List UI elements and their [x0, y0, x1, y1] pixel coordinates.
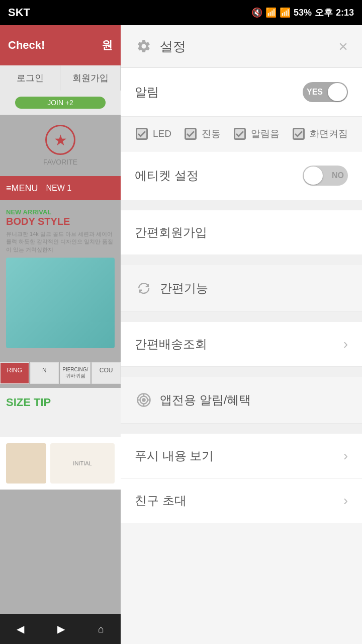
- checkbox-screen-label: 화면켜짐: [310, 127, 348, 140]
- simple-join-row[interactable]: 간편회원가입: [121, 210, 362, 255]
- settings-title-text: 설정: [160, 38, 186, 55]
- checkbox-vibration-label: 진동: [202, 127, 221, 140]
- bg-forward-btn: ▶: [57, 623, 65, 635]
- settings-header: 설정 ×: [121, 25, 362, 68]
- bg-check-label: Check!: [8, 39, 45, 52]
- alert-row: 알림 YES: [121, 68, 362, 117]
- bg-favorite: ★ FAVORITE: [0, 115, 121, 176]
- invite-friend-arrow: ›: [343, 493, 348, 509]
- refresh-icon: [135, 279, 153, 297]
- section-separator-5: [121, 424, 362, 434]
- bg-size-tip: SIZE TIP: [0, 388, 121, 417]
- checkbox-led-label: LED: [153, 128, 171, 139]
- section-separator-2: [121, 255, 362, 265]
- simple-function-row: 간편기능: [121, 265, 362, 312]
- svg-rect-3: [293, 129, 304, 139]
- checkbox-led-icon: [135, 127, 149, 141]
- bg-new-label: NEW 1: [46, 184, 72, 193]
- bg-body-text: 유니크한 14k 밀크 골드 아브 세련과 세이어를럭 하듯한 감각적인 디자인…: [6, 230, 115, 254]
- status-bar: SKT 🔇 📶 📶 53% 오후 2:13: [0, 0, 362, 25]
- etiquette-row: 에티켓 설정 NO: [121, 151, 362, 200]
- section-separator-1: [121, 200, 362, 210]
- simple-delivery-arrow: ›: [343, 336, 348, 352]
- bg-favorite-label: FAVORITE: [43, 158, 77, 166]
- status-icons: 🔇 📶 📶 53% 오후 2:13: [251, 7, 354, 19]
- push-view-label: 푸시 내용 보기: [135, 448, 214, 464]
- simple-join-label: 간편회원가입: [135, 224, 207, 240]
- bg-right-text: 원: [102, 38, 113, 53]
- signal-icon: 📶: [280, 7, 291, 18]
- invite-friend-row[interactable]: 친구 초대 ›: [121, 478, 362, 523]
- bg-style-title: BODY STYLE: [6, 216, 115, 227]
- battery-label: 53%: [294, 8, 312, 18]
- checkbox-sound-label: 알림음: [251, 127, 280, 140]
- simple-delivery-row[interactable]: 간편배송조회 ›: [121, 322, 362, 367]
- bg-cat-ring: RING: [0, 362, 29, 384]
- etiquette-toggle-text: NO: [332, 171, 344, 180]
- bg-menu-label: ≡MENU: [6, 183, 38, 194]
- bg-bottom-bar: ◀ ▶ ⌂: [0, 614, 121, 644]
- bg-back-btn: ◀: [17, 623, 24, 635]
- checkbox-sound[interactable]: 알림음: [233, 127, 280, 141]
- settings-title-group: 설정: [135, 37, 186, 55]
- settings-panel: 설정 × 알림 YES LED: [121, 25, 362, 644]
- push-view-arrow: ›: [343, 448, 348, 464]
- bg-cat-piercing: PIERCING/귀바퀴림: [60, 362, 90, 384]
- bg-content-area: NEW ARRIVAL BODY STYLE 유니크한 14k 밀크 골드 아브…: [0, 200, 121, 356]
- bg-product-info: INITIAL: [50, 443, 115, 484]
- bg-home-btn: ⌂: [98, 623, 104, 635]
- mute-icon: 🔇: [251, 7, 262, 18]
- time-period: 오후: [315, 7, 333, 19]
- bg-cat-n: N: [30, 362, 59, 384]
- app-notification-row: 앱전용 알림/혜택: [121, 377, 362, 424]
- section-separator-4: [121, 367, 362, 377]
- checkbox-vibration-icon: [184, 127, 198, 141]
- simple-delivery-label: 간편배송조회: [135, 336, 207, 352]
- bg-app-header: Check! 원: [0, 25, 121, 65]
- bg-size-tip-label: SIZE TIP: [6, 396, 115, 409]
- bg-arrival-label: NEW ARRIVAL: [6, 208, 115, 216]
- checkbox-sound-icon: [233, 127, 247, 141]
- bg-menu-bar: ≡MENU NEW 1: [0, 176, 121, 200]
- wifi-icon: 📶: [265, 7, 277, 18]
- svg-rect-2: [234, 129, 245, 139]
- checkbox-led[interactable]: LED: [135, 127, 171, 141]
- time-label: 2:13: [336, 8, 354, 18]
- gear-icon: [135, 37, 153, 55]
- svg-point-6: [143, 399, 145, 401]
- checkboxes-row: LED 진동 알림음: [121, 117, 362, 151]
- push-view-row[interactable]: 푸시 내용 보기 ›: [121, 434, 362, 478]
- target-icon: [135, 391, 153, 409]
- checkbox-screen[interactable]: 화면켜짐: [292, 127, 348, 141]
- svg-rect-0: [137, 129, 147, 139]
- etiquette-toggle-knob: [304, 167, 323, 185]
- simple-function-label: 간편기능: [160, 280, 208, 296]
- bg-app-content: Check! 원 로그인 회원가입 JOIN +2 ★ FAVORITE ≡ME…: [0, 25, 121, 644]
- alert-toggle-text: YES: [307, 88, 323, 97]
- close-button[interactable]: ×: [338, 38, 348, 54]
- alert-toggle[interactable]: YES: [303, 82, 348, 102]
- bg-body-prefix: BODY: [6, 216, 38, 227]
- checkbox-screen-icon: [292, 127, 306, 141]
- alert-toggle-knob: [328, 83, 347, 101]
- alert-label: 알림: [135, 84, 159, 100]
- etiquette-toggle[interactable]: NO: [303, 166, 348, 186]
- bg-join: 회원가입: [60, 65, 121, 91]
- bg-login: 로그인: [0, 65, 60, 91]
- bg-join-btn: JOIN +2: [15, 97, 105, 109]
- carrier-label: SKT: [8, 6, 30, 19]
- bg-star-icon: ★: [45, 125, 75, 155]
- etiquette-label: 에티켓 설정: [135, 168, 199, 184]
- checkbox-vibration[interactable]: 진동: [184, 127, 221, 141]
- bg-promo-area: [0, 417, 121, 437]
- bg-image-placeholder: [6, 258, 115, 348]
- app-notification-label: 앱전용 알림/혜택: [160, 392, 251, 408]
- svg-rect-1: [185, 129, 196, 139]
- section-separator-3: [121, 312, 362, 322]
- bg-categories: RING N PIERCING/귀바퀴림 COU: [0, 362, 121, 384]
- bg-product-thumb: [6, 443, 46, 484]
- bg-nav: 로그인 회원가입: [0, 65, 121, 91]
- bg-cat-cou: COU: [92, 362, 121, 384]
- invite-friend-label: 친구 초대: [135, 493, 187, 509]
